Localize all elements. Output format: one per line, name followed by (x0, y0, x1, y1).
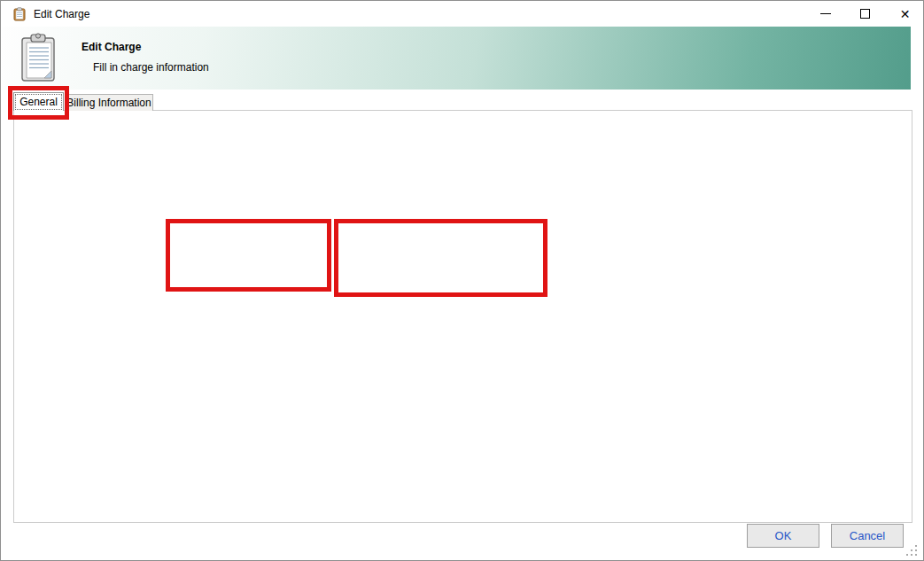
edit-charge-dialog: Edit Charge ✕ Edit Charge Fill in charge… (0, 0, 924, 561)
close-icon: ✕ (900, 8, 911, 20)
banner-title: Edit Charge (82, 41, 141, 53)
tab-general-label: General (15, 94, 62, 110)
clipboard-icon (12, 7, 27, 21)
clipboard-icon (19, 33, 58, 83)
close-button[interactable]: ✕ (885, 1, 924, 27)
banner-subtitle: Fill in charge information (93, 61, 209, 74)
minimize-icon (820, 13, 831, 14)
tab-general[interactable]: General (13, 92, 64, 111)
maximize-icon (860, 9, 870, 19)
cancel-button[interactable]: Cancel (831, 524, 904, 548)
minimize-button[interactable] (805, 1, 845, 27)
tab-billing-label: Billing Information (66, 97, 151, 109)
banner-edge (911, 27, 924, 90)
tab-billing-information[interactable]: Billing Information (65, 94, 153, 111)
maximize-button[interactable] (845, 1, 885, 27)
title-bar: Edit Charge ✕ (1, 1, 923, 27)
resize-grip-icon[interactable] (906, 545, 919, 557)
general-tab-panel (13, 110, 912, 523)
header-banner: Edit Charge Fill in charge information (2, 27, 911, 90)
ok-button[interactable]: OK (747, 524, 819, 548)
window-title: Edit Charge (34, 8, 89, 20)
